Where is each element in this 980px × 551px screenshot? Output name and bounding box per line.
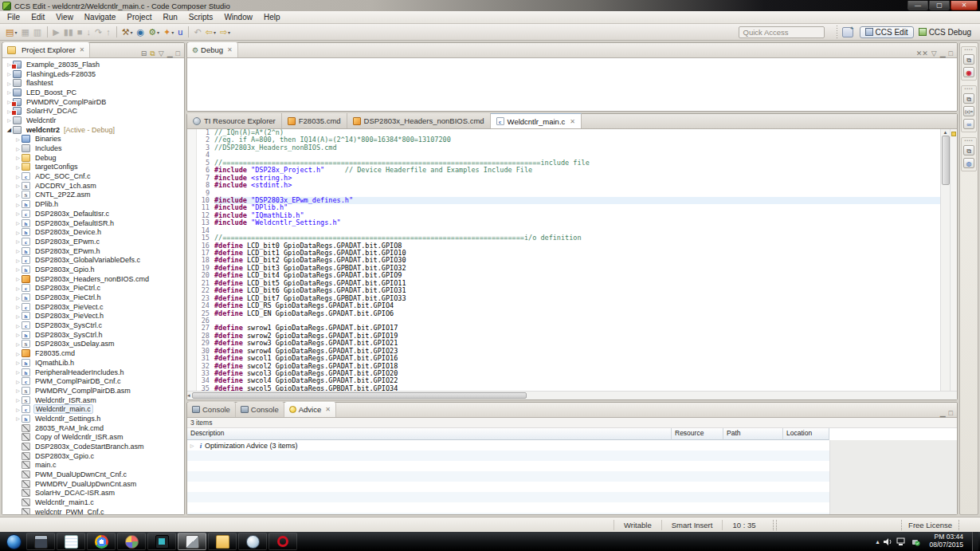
tree-expander-icon[interactable]: ▷ (14, 415, 22, 421)
tree-item[interactable]: ▷cDSP2803x_PieCtrl.c (2, 284, 184, 293)
network-icon[interactable] (896, 537, 907, 546)
tree-expander-icon[interactable]: ▷ (14, 202, 22, 207)
tree-item[interactable]: main.c (2, 461, 184, 470)
tree-expander-icon[interactable]: ▷ (14, 266, 22, 272)
tree-item[interactable]: ▷F28035.cmd (2, 348, 184, 358)
perspective-ccs-debug[interactable]: CCS Debug (914, 27, 976, 37)
clock[interactable]: PM 03:44 08/07/2015 (924, 533, 968, 549)
resource-explorer-icon[interactable]: ◉ (963, 67, 974, 77)
tree-expander-icon[interactable]: ▷ (14, 183, 22, 188)
column-header-resource[interactable]: Resource (672, 428, 723, 440)
code-line[interactable]: 6#include "DSP28x_Project.h" // Device H… (197, 167, 940, 174)
browser-view-icon[interactable]: ◍ (963, 158, 974, 168)
code-line[interactable]: 3//DSP2803x_Headers_nonBIOS.cmd (197, 144, 940, 152)
tree-item[interactable]: ▷targetConfigs (2, 163, 184, 172)
tree-item[interactable]: ▷FlashingLeds-F28035 (2, 69, 184, 79)
tab-project-explorer[interactable]: Project Explorer ✕ (2, 42, 90, 57)
tree-item[interactable]: ▷Debug (2, 153, 184, 163)
tree-item[interactable]: ▷SDSP2803x_usDelay.asm (2, 340, 184, 349)
tree-item[interactable]: DSP2803x_Gpio.c (2, 451, 184, 461)
tree-expander-icon[interactable]: ▷ (6, 89, 13, 95)
tree-item[interactable]: ▷hDSP2803x_PieCtrl.h (2, 293, 184, 302)
tree-expander-icon[interactable]: ▷ (14, 136, 22, 142)
tree-item[interactable]: ▷hDSP2803x_Device.h (2, 227, 184, 237)
close-icon[interactable]: ✕ (325, 406, 331, 413)
tree-expander-icon[interactable]: ▷ (14, 155, 22, 160)
menu-file[interactable]: File (2, 12, 25, 22)
debug-icon[interactable]: ◉ (135, 26, 147, 39)
tree-item[interactable]: ▷cDSP2803x_DefaultIsr.c (2, 209, 184, 218)
tree-expander-icon[interactable]: ▷ (14, 285, 22, 291)
tree-item[interactable]: ▷cDSP2803x_GlobalVariableDefs.c (2, 255, 184, 265)
tree-item[interactable]: ▷hWeldcntlr_Settings.h (2, 414, 184, 423)
tree-expander-icon[interactable]: ▷ (14, 313, 22, 319)
tree-item[interactable]: ▷hDSP2803x_Gpio.h (2, 265, 184, 274)
column-header-path[interactable]: Path (723, 428, 783, 440)
tree-item[interactable]: Weldcntlr_main1.c (2, 498, 184, 507)
taskbar-opera[interactable] (269, 533, 297, 550)
tree-expander-icon[interactable]: ▷ (14, 407, 22, 412)
start-button[interactable] (2, 533, 25, 550)
scroll-up-icon[interactable]: ▲ (943, 129, 948, 136)
code-editor[interactable]: 1//_IQn(A)=A*(2^n)2//eg. if A=800, then … (197, 129, 940, 391)
tree-item[interactable]: ▷cDSP2803x_EPwm.c (2, 237, 184, 246)
row-expander-icon[interactable]: ▷ (187, 443, 197, 448)
scrollbar-thumb[interactable] (192, 392, 527, 399)
tree-expander-icon[interactable]: ▷ (14, 248, 22, 254)
new-target-config-icon[interactable]: ⚙▾ (147, 26, 161, 39)
tree-expander-icon[interactable]: ▷ (6, 81, 13, 86)
menu-scripts[interactable]: Scripts (183, 12, 219, 22)
tree-expander-icon[interactable]: ▷ (14, 276, 22, 281)
column-header-description[interactable]: Description (187, 428, 672, 440)
tree-item[interactable]: ▷hIQmathLib.h (2, 358, 184, 368)
open-perspective-icon[interactable] (842, 27, 853, 37)
tree-expander-icon[interactable]: ▷ (14, 369, 22, 375)
code-line[interactable]: 35#define swcol5 GpioDataRegs.GPBDAT.bit… (197, 385, 940, 391)
tree-item[interactable]: ◢weldcntr2[Active - Debug] (2, 125, 184, 135)
variables-view-icon[interactable]: (x)= (963, 106, 974, 116)
minimize-view-icon[interactable]: ▁ (167, 49, 173, 57)
tree-expander-icon[interactable]: ▷ (14, 360, 22, 365)
code-line[interactable]: 8#include <stdint.h> (197, 182, 940, 189)
menu-window[interactable]: Window (218, 12, 258, 22)
tree-item[interactable]: ▷cDSP2803x_SysCtrl.c (2, 321, 184, 330)
tree-item[interactable]: ▷Weldcntlr (2, 116, 184, 125)
scrollbar-thumb[interactable] (942, 136, 950, 185)
tree-expander-icon[interactable]: ▷ (14, 304, 22, 309)
maximize-view-icon[interactable]: □ (176, 49, 180, 57)
code-line[interactable]: 10#include "DSP2803x_EPwm_defines.h" (197, 197, 940, 204)
tab-console[interactable]: Console (187, 402, 236, 417)
minimize-view-icon[interactable]: ▁ (940, 49, 946, 57)
menu-run[interactable]: Run (157, 12, 182, 22)
tree-expander-icon[interactable]: ▷ (14, 220, 22, 226)
column-header-location[interactable]: Location (783, 428, 829, 440)
collapse-all-icon[interactable]: ⊟ (141, 49, 147, 57)
tree-expander-icon[interactable]: ▷ (14, 211, 22, 216)
tree-item[interactable]: PWM_DualUpDwnCnt_Cnf.c (2, 470, 184, 479)
tree-item[interactable]: ▷cPWM_ComplPairDB_Cnf.c (2, 376, 184, 386)
show-desktop-button[interactable] (972, 532, 978, 551)
editor-tab[interactable]: TI Resource Explorer (187, 113, 282, 128)
volume-icon[interactable] (883, 537, 892, 546)
tree-item[interactable]: ▷hDSP2803x_PieVect.h (2, 312, 184, 321)
titlebar[interactable]: CCS Edit - weldcntr2/Weldcntlr_main.c - … (0, 0, 980, 11)
tree-item[interactable]: ▷SCNTL_2P2Z.asm (2, 191, 184, 200)
close-icon[interactable]: ✕ (227, 46, 233, 53)
tree-item[interactable]: ▷DSP2803x_Headers_nonBIOS.cmd (2, 274, 184, 284)
taskbar-cube-app[interactable] (178, 533, 206, 550)
tree-item[interactable]: ▷cADC_SOC_Cnf.c (2, 171, 184, 181)
tab-debug[interactable]: ⚙ Debug ✕ (187, 42, 238, 57)
tree-item[interactable]: ▷SWeldcntlr_ISR.asm (2, 396, 184, 405)
editor-tab[interactable]: DSP2803x_Headers_nonBIOS.cmd (347, 113, 491, 128)
tree-expander-icon[interactable]: ▷ (14, 230, 22, 235)
restore-view-icon[interactable]: ⧉ (963, 145, 974, 155)
menu-navigate[interactable]: Navigate (79, 12, 121, 22)
menu-help[interactable]: Help (258, 12, 286, 22)
pin-icon[interactable]: u (176, 26, 184, 39)
forward-icon[interactable]: ⇨▾ (218, 26, 232, 39)
tree-item[interactable]: ▷SPWMDRV_ComplPairDB.asm (2, 386, 184, 396)
tree-expander-icon[interactable]: ▷ (14, 332, 22, 337)
tree-expander-icon[interactable]: ▷ (6, 71, 13, 77)
tree-expander-icon[interactable]: ▷ (14, 388, 22, 393)
tree-item[interactable]: ▷cWeldcntlr_main.c (2, 404, 184, 414)
